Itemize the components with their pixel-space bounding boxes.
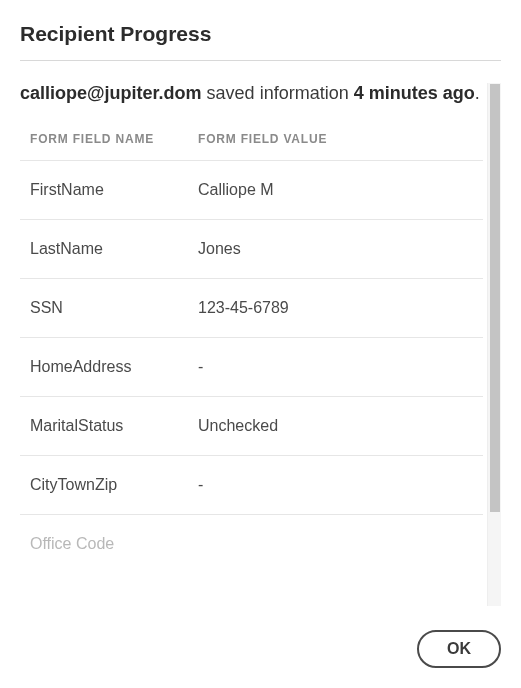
field-name: MaritalStatus bbox=[30, 417, 198, 435]
table-row: HomeAddress - bbox=[20, 337, 483, 396]
field-name: LastName bbox=[30, 240, 198, 258]
content-row: calliope@jupiter.dom saved information 4… bbox=[20, 83, 501, 606]
field-value: - bbox=[198, 476, 483, 494]
column-header-name: Form Field Name bbox=[30, 132, 198, 146]
table-row: MaritalStatus Unchecked bbox=[20, 396, 483, 455]
field-value: Unchecked bbox=[198, 417, 483, 435]
status-email: calliope@jupiter.dom bbox=[20, 83, 202, 103]
table-row: LastName Jones bbox=[20, 219, 483, 278]
recipient-progress-dialog: Recipient Progress calliope@jupiter.dom … bbox=[0, 0, 521, 688]
dialog-title: Recipient Progress bbox=[20, 22, 501, 46]
field-value: Jones bbox=[198, 240, 483, 258]
column-header-value: Form Field Value bbox=[198, 132, 483, 146]
form-fields-table: Form Field Name Form Field Value FirstNa… bbox=[20, 132, 483, 553]
table-row: SSN 123-45-6789 bbox=[20, 278, 483, 337]
field-value: - bbox=[198, 358, 483, 376]
status-time: 4 minutes ago bbox=[354, 83, 475, 103]
field-name: HomeAddress bbox=[30, 358, 198, 376]
table-header: Form Field Name Form Field Value bbox=[20, 132, 483, 160]
dialog-footer: OK bbox=[20, 622, 501, 668]
table-row: CityTownZip - bbox=[20, 455, 483, 514]
fade-mask bbox=[20, 580, 483, 606]
ok-button[interactable]: OK bbox=[417, 630, 501, 668]
field-name: CityTownZip bbox=[30, 476, 198, 494]
field-value: 123-45-6789 bbox=[198, 299, 483, 317]
scrollbar[interactable] bbox=[487, 83, 501, 606]
field-name: SSN bbox=[30, 299, 198, 317]
divider bbox=[20, 60, 501, 61]
scrollbar-thumb[interactable] bbox=[490, 84, 500, 512]
table-row: Office Code bbox=[20, 514, 483, 553]
status-suffix: . bbox=[475, 83, 480, 103]
status-line: calliope@jupiter.dom saved information 4… bbox=[20, 83, 483, 104]
status-middle: saved information bbox=[202, 83, 354, 103]
field-name: FirstName bbox=[30, 181, 198, 199]
table-row: FirstName Calliope M bbox=[20, 160, 483, 219]
field-name: Office Code bbox=[30, 535, 198, 553]
content-area: calliope@jupiter.dom saved information 4… bbox=[20, 83, 483, 606]
field-value: Calliope M bbox=[198, 181, 483, 199]
